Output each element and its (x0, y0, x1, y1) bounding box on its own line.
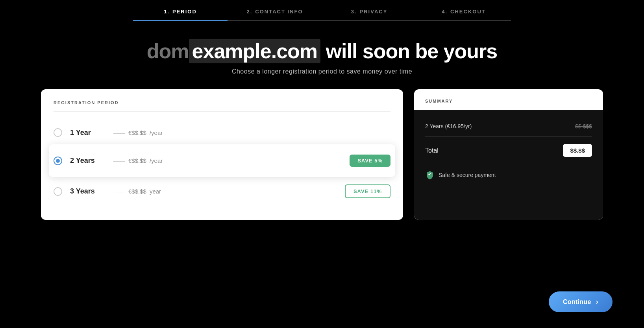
domain-prefix: dom (147, 40, 189, 63)
radio-2years[interactable] (54, 157, 62, 165)
hero-section: domexample.com will soon be yours Choose… (0, 21, 644, 89)
summary-total-value: $$.$$ (563, 144, 592, 157)
summary-divider (425, 136, 592, 137)
price-2years: €$$.$$ (128, 157, 146, 164)
unit-2years: /year (150, 157, 163, 164)
step-bar-period (133, 20, 228, 21)
step-number-4: 4. (442, 9, 448, 15)
unit-3years: year (150, 188, 161, 195)
period-price-3years: —— €$$.$$ year (113, 188, 161, 195)
step-number-1: 1. (164, 9, 170, 15)
dash-3years: —— (113, 188, 125, 195)
summary-header: SUMMARY (414, 89, 603, 110)
step-number-2: 2. (246, 9, 252, 15)
radio-3years[interactable] (54, 187, 62, 196)
period-price-2years: —— €$$.$$/year (113, 157, 163, 164)
step-label-contact: CONTACT INFO (255, 9, 303, 15)
summary-item-label: 2 Years (€16.95/yr) (425, 123, 472, 129)
price-3years: €$$.$$ (128, 188, 146, 195)
shield-icon (425, 170, 435, 180)
registration-section-title: REGISTRATION PERIOD (54, 100, 390, 112)
step-label-checkout: CHECKOUT (450, 9, 486, 15)
stepper: 1. PERIOD 2. CONTACT INFO 3. PRIVACY 4. … (0, 0, 644, 21)
summary-body: 2 Years (€16.95/yr) $$.$$$ Total $$.$$ S… (414, 110, 603, 220)
step-bar-contact (228, 20, 322, 21)
summary-item-value: $$.$$$ (575, 123, 592, 129)
continue-label: Continue (563, 299, 591, 306)
domain-highlight: example.com (189, 39, 321, 63)
period-label-3years: 3 Years (70, 187, 105, 195)
secure-badge: Safe & secure payment (425, 170, 592, 180)
dash-1year: —— (113, 129, 125, 136)
period-price-1year: —— €$$.$$/year (113, 129, 163, 136)
save-badge-3years[interactable]: SAVE 11% (345, 184, 390, 198)
price-1year: €$$.$$ (128, 129, 146, 136)
step-label-privacy: PRIVACY (360, 9, 388, 15)
step-bar-privacy (322, 20, 416, 21)
save-badge-2years[interactable]: SAVE 5% (350, 155, 390, 167)
unit-1year: /year (150, 129, 163, 136)
radio-inner-2years (56, 159, 60, 163)
chevron-right-icon: › (596, 298, 598, 306)
dash-2years: —— (113, 157, 125, 164)
step-number-3: 3. (351, 9, 357, 15)
continue-button[interactable]: Continue › (549, 291, 613, 312)
radio-1year[interactable] (54, 128, 62, 137)
summary-line-item: 2 Years (€16.95/yr) $$.$$$ (425, 119, 592, 133)
main-layout: REGISTRATION PERIOD 1 Year —— €$$.$$/yea… (0, 89, 644, 236)
step-contact[interactable]: 2. CONTACT INFO (228, 9, 322, 21)
summary-total-label: Total (425, 147, 439, 154)
domain-suffix: will soon be yours (320, 40, 497, 63)
summary-total-row: Total $$.$$ (425, 140, 592, 161)
period-option-3years[interactable]: 3 Years —— €$$.$$ year SAVE 11% (54, 176, 390, 207)
step-label-period: PERIOD (172, 9, 197, 15)
period-option-1year[interactable]: 1 Year —— €$$.$$/year (54, 120, 390, 146)
secure-label: Safe & secure payment (439, 172, 496, 178)
summary-card: SUMMARY 2 Years (€16.95/yr) $$.$$$ Total… (414, 89, 603, 220)
step-bar-checkout (416, 20, 511, 21)
period-label-2years: 2 Years (70, 157, 105, 165)
step-checkout[interactable]: 4. CHECKOUT (416, 9, 511, 21)
period-option-2years[interactable]: 2 Years —— €$$.$$/year SAVE 5% (49, 144, 395, 177)
step-period[interactable]: 1. PERIOD (133, 9, 228, 21)
registration-card: REGISTRATION PERIOD 1 Year —— €$$.$$/yea… (41, 89, 403, 220)
hero-subtitle: Choose a longer registration period to s… (0, 68, 644, 75)
hero-title: domexample.com will soon be yours (0, 40, 644, 63)
step-privacy[interactable]: 3. PRIVACY (322, 9, 416, 21)
period-label-1year: 1 Year (70, 129, 105, 137)
